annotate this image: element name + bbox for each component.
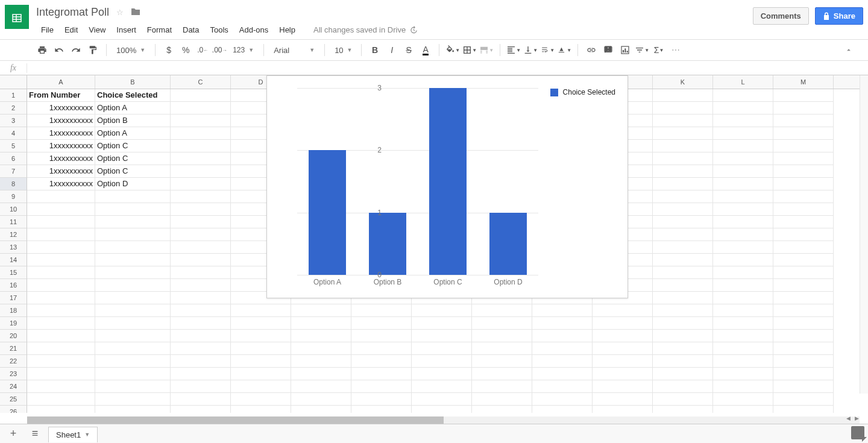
cell[interactable] — [773, 254, 834, 266]
cell[interactable] — [773, 140, 834, 152]
cell[interactable]: 1xxxxxxxxxx — [27, 127, 95, 140]
cell[interactable] — [291, 393, 351, 406]
cell[interactable] — [713, 254, 773, 266]
row-header[interactable]: 25 — [0, 393, 27, 406]
row-header[interactable]: 16 — [0, 279, 27, 292]
row-header[interactable]: 24 — [0, 380, 27, 393]
cell[interactable] — [653, 165, 713, 178]
cell[interactable] — [231, 304, 291, 317]
comments-button[interactable]: Comments — [753, 7, 809, 25]
scroll-left-icon[interactable]: ◀ — [844, 415, 852, 424]
cell[interactable] — [351, 317, 412, 330]
cell[interactable] — [27, 380, 95, 393]
cell[interactable] — [773, 241, 834, 254]
cell[interactable] — [532, 317, 593, 330]
cell[interactable] — [351, 368, 412, 380]
cell[interactable] — [472, 342, 532, 355]
cell[interactable] — [351, 342, 412, 355]
cell[interactable] — [713, 342, 773, 355]
sheet-tab-menu-icon[interactable]: ▼ — [84, 432, 90, 438]
cell[interactable] — [773, 406, 834, 413]
cell[interactable]: 1xxxxxxxxxx — [27, 165, 95, 178]
cell[interactable] — [27, 266, 95, 279]
cell[interactable] — [27, 254, 95, 266]
row-header[interactable]: 11 — [0, 216, 27, 228]
cell[interactable] — [472, 380, 532, 393]
cell[interactable] — [95, 190, 171, 203]
cell[interactable] — [412, 304, 472, 317]
collapse-toolbar-icon[interactable] — [841, 43, 856, 57]
cell[interactable] — [171, 178, 231, 190]
cell[interactable] — [171, 342, 231, 355]
cell[interactable] — [472, 406, 532, 413]
cell[interactable] — [713, 115, 773, 127]
cell[interactable] — [291, 368, 351, 380]
cell[interactable] — [27, 190, 95, 203]
cell[interactable] — [412, 406, 472, 413]
cell[interactable] — [95, 304, 171, 317]
star-icon[interactable]: ☆ — [116, 8, 124, 17]
comment-icon[interactable] — [601, 43, 615, 57]
cell[interactable] — [231, 368, 291, 380]
row-header[interactable]: 2 — [0, 102, 27, 115]
cell[interactable] — [171, 140, 231, 152]
cell[interactable] — [171, 127, 231, 140]
cell[interactable] — [351, 304, 412, 317]
cell[interactable] — [231, 330, 291, 342]
cell[interactable] — [653, 178, 713, 190]
cell[interactable] — [27, 228, 95, 241]
cell[interactable] — [773, 317, 834, 330]
cell[interactable] — [27, 279, 95, 292]
cell[interactable]: Option D — [95, 178, 171, 190]
menu-tools[interactable]: Tools — [205, 23, 233, 37]
column-header-M[interactable]: M — [773, 75, 834, 89]
cell[interactable] — [532, 330, 593, 342]
cell[interactable] — [773, 203, 834, 216]
cell[interactable] — [713, 317, 773, 330]
cell[interactable]: 1xxxxxxxxxx — [27, 115, 95, 127]
cell[interactable] — [171, 406, 231, 413]
row-header[interactable]: 23 — [0, 368, 27, 380]
menu-format[interactable]: Format — [142, 23, 177, 37]
cell[interactable] — [472, 304, 532, 317]
column-header-L[interactable]: L — [713, 75, 773, 89]
cell[interactable] — [472, 393, 532, 406]
cell[interactable] — [532, 393, 593, 406]
cell[interactable] — [171, 228, 231, 241]
row-header[interactable]: 13 — [0, 241, 27, 254]
percent-icon[interactable]: % — [178, 43, 193, 57]
paint-format-icon[interactable] — [86, 43, 100, 57]
cell[interactable] — [773, 292, 834, 304]
cell[interactable] — [653, 406, 713, 413]
row-header[interactable]: 14 — [0, 254, 27, 266]
cell[interactable] — [653, 292, 713, 304]
cell[interactable] — [773, 393, 834, 406]
cell[interactable] — [653, 304, 713, 317]
cell[interactable] — [653, 342, 713, 355]
cell[interactable] — [773, 115, 834, 127]
link-icon[interactable] — [584, 43, 599, 57]
cell[interactable] — [773, 216, 834, 228]
menu-add-ons[interactable]: Add-ons — [234, 23, 273, 37]
font-size-select[interactable]: 10▼ — [331, 46, 355, 55]
cell[interactable] — [472, 368, 532, 380]
cell[interactable] — [171, 165, 231, 178]
menu-insert[interactable]: Insert — [112, 23, 141, 37]
cell[interactable] — [412, 342, 472, 355]
row-header[interactable]: 6 — [0, 152, 27, 165]
cell[interactable]: Choice Selected — [95, 89, 171, 102]
italic-icon[interactable]: I — [385, 43, 399, 57]
cell[interactable] — [95, 342, 171, 355]
cell[interactable] — [171, 330, 231, 342]
bold-icon[interactable]: B — [368, 43, 382, 57]
menu-edit[interactable]: Edit — [60, 23, 83, 37]
cell[interactable] — [412, 355, 472, 368]
cell[interactable]: 1xxxxxxxxxx — [27, 102, 95, 115]
cell[interactable] — [171, 266, 231, 279]
cell[interactable] — [532, 406, 593, 413]
cell[interactable] — [27, 216, 95, 228]
cell[interactable] — [95, 266, 171, 279]
cell[interactable] — [95, 228, 171, 241]
cell[interactable] — [412, 380, 472, 393]
cell[interactable] — [653, 368, 713, 380]
